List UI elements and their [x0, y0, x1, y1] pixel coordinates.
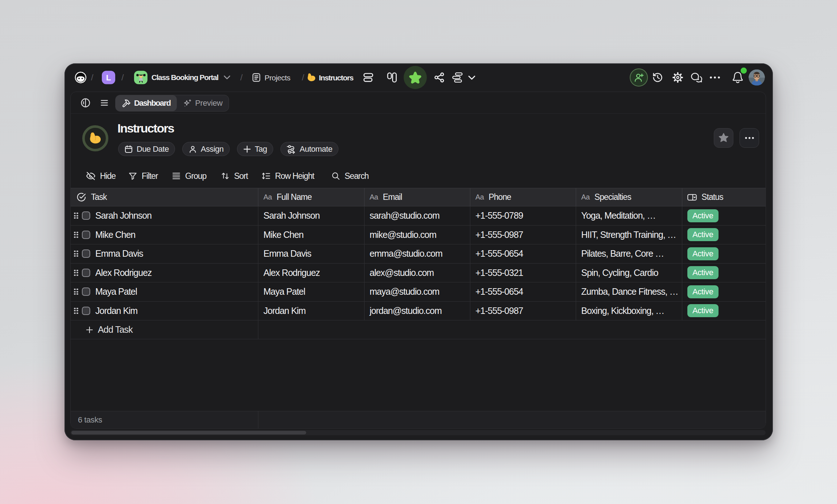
app-logo[interactable] [74, 71, 87, 84]
sidebar-toggle-button[interactable] [81, 98, 91, 108]
tab-dashboard[interactable]: Dashboard [116, 95, 177, 111]
task-checkbox[interactable] [82, 249, 90, 258]
page-more-button[interactable] [740, 128, 759, 148]
sort-button[interactable]: Sort [221, 171, 248, 181]
email-cell[interactable]: jordan@studio.com [365, 302, 470, 320]
share-button[interactable] [434, 72, 445, 83]
workspace-avatar[interactable]: L [102, 71, 115, 84]
column-header-specialties[interactable]: Aa Specialties [576, 188, 682, 206]
email-cell[interactable]: mike@studio.com [365, 226, 470, 244]
tag-button[interactable]: Tag [237, 142, 273, 156]
assign-button[interactable]: Assign [182, 142, 230, 156]
table-row[interactable]: Jordan Kim Jordan Kim jordan@studio.com … [71, 302, 766, 321]
breadcrumb-projects[interactable]: Projects [252, 73, 290, 82]
task-checkbox[interactable] [82, 231, 90, 239]
filter-button[interactable]: Filter [128, 171, 158, 181]
table-row[interactable]: Emma Davis Emma Davis emma@studio.com +1… [71, 244, 766, 264]
column-header-status[interactable]: Status [682, 188, 766, 206]
column-header-task[interactable]: Task [71, 188, 258, 206]
horizontal-scrollbar[interactable] [70, 430, 766, 435]
task-checkbox[interactable] [82, 269, 90, 277]
chat-button[interactable] [690, 71, 703, 84]
row-height-button[interactable]: Row Height [262, 171, 314, 181]
phone-cell[interactable]: +1-555-0987 [470, 302, 576, 320]
columns-view-button[interactable] [386, 72, 397, 83]
specialties-cell[interactable]: Pilates, Barre, Core … [576, 244, 682, 263]
specialties-cell[interactable]: HIIT, Strength Training, … [576, 226, 682, 244]
email-cell[interactable]: maya@studio.com [365, 282, 470, 301]
table-row[interactable]: Sarah Johnson Sarah Johnson sarah@studio… [71, 206, 766, 226]
status-cell[interactable]: Active [682, 226, 766, 244]
table-row[interactable]: Alex Rodriguez Alex Rodriguez alex@studi… [71, 264, 766, 283]
phone-cell[interactable]: +1-555-0789 [470, 206, 576, 225]
projects-label: Projects [265, 73, 290, 82]
phone-cell[interactable]: +1-555-0654 [470, 244, 576, 263]
project-avatar[interactable] [134, 71, 147, 84]
column-header-full-name[interactable]: Aa Full Name [258, 188, 365, 206]
scrollbar-thumb[interactable] [71, 431, 306, 434]
email-cell[interactable]: alex@studio.com [365, 264, 470, 282]
full-name-cell[interactable]: Maya Patel [258, 282, 365, 301]
full-name-cell[interactable]: Alex Rodriguez [258, 264, 365, 282]
drag-handle[interactable] [74, 212, 79, 219]
add-user-button[interactable] [630, 68, 648, 87]
star-icon [718, 133, 729, 143]
task-checkbox[interactable] [82, 307, 90, 315]
automate-button[interactable]: Automate [280, 142, 338, 156]
group-button[interactable]: Group [172, 171, 206, 181]
status-cell[interactable]: Active [682, 264, 766, 282]
drag-handle[interactable] [74, 269, 79, 277]
full-name-cell[interactable]: Emma Davis [258, 244, 365, 263]
status-cell[interactable]: Active [682, 206, 766, 225]
tab-preview[interactable]: Preview [177, 95, 229, 111]
specialties-cell[interactable]: Boxing, Kickboxing, … [576, 302, 682, 320]
breadcrumb-project-name[interactable]: Class Booking Portal [151, 73, 218, 82]
status-cell[interactable]: Active [682, 282, 766, 301]
drag-handle[interactable] [74, 250, 79, 257]
phone-cell[interactable]: +1-555-0321 [470, 264, 576, 282]
list-icon [172, 172, 181, 181]
drag-handle[interactable] [74, 231, 79, 239]
history-button[interactable] [651, 71, 664, 84]
specialties-cell[interactable]: Spin, Cycling, Cardio [576, 264, 682, 282]
drag-handle[interactable] [74, 307, 79, 315]
user-avatar[interactable] [749, 70, 765, 86]
email-cell[interactable]: emma@studio.com [365, 244, 470, 263]
notifications-button[interactable] [731, 71, 744, 84]
breadcrumb-instructors[interactable]: Instructors [307, 73, 353, 83]
search-button[interactable]: Search [331, 171, 368, 181]
column-header-email[interactable]: Aa Email [365, 188, 470, 206]
column-header-phone[interactable]: Aa Phone [470, 188, 576, 206]
task-checkbox[interactable] [82, 287, 90, 296]
settings-button[interactable] [672, 72, 684, 84]
favorite-page-button[interactable] [714, 128, 733, 148]
add-task-label: Add Task [98, 324, 133, 335]
full-name-cell[interactable]: Jordan Kim [258, 302, 365, 320]
notification-dot [741, 68, 747, 74]
phone-cell[interactable]: +1-555-0987 [470, 226, 576, 244]
favorite-toggle-button[interactable] [404, 66, 427, 89]
menu-button[interactable] [101, 100, 108, 106]
status-badge: Active [687, 285, 719, 298]
status-cell[interactable]: Active [682, 244, 766, 263]
specialties-cell[interactable]: Yoga, Meditation, … [576, 206, 682, 225]
status-cell[interactable]: Active [682, 302, 766, 320]
email-cell[interactable]: sarah@studio.com [365, 206, 470, 225]
task-checkbox[interactable] [82, 211, 90, 220]
add-task-row[interactable]: Add Task [71, 320, 766, 339]
rows-view-button[interactable] [363, 72, 374, 83]
hide-button[interactable]: Hide [86, 171, 116, 181]
full-name-cell[interactable]: Sarah Johnson [258, 206, 365, 225]
drag-handle[interactable] [74, 288, 79, 295]
specialties-cell[interactable]: Zumba, Dance Fitness, … [576, 282, 682, 301]
full-name-cell[interactable]: Mike Chen [258, 226, 365, 244]
more-options-button[interactable] [709, 76, 721, 79]
due-date-button[interactable]: Due Date [118, 142, 175, 156]
plus-icon [243, 145, 251, 153]
table-row[interactable]: Mike Chen Mike Chen mike@studio.com +1-5… [71, 226, 766, 245]
task-count: 6 tasks [71, 411, 258, 428]
phone-cell[interactable]: +1-555-0654 [470, 282, 576, 301]
layout-menu-button[interactable] [452, 72, 476, 83]
project-chevron[interactable] [223, 75, 231, 80]
table-row[interactable]: Maya Patel Maya Patel maya@studio.com +1… [71, 282, 766, 302]
